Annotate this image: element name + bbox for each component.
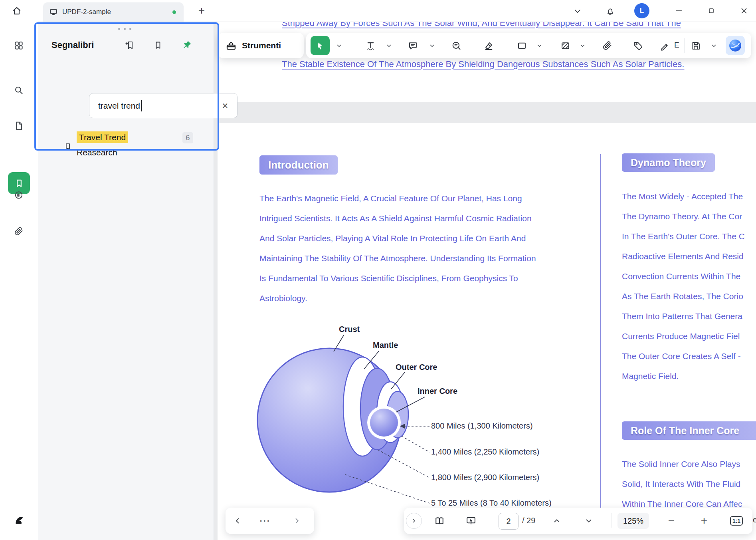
toolbox-icon — [225, 40, 237, 52]
tab-title: UPDF-2-sample — [62, 8, 111, 16]
next-button[interactable] — [289, 513, 305, 529]
reading-mode-button[interactable] — [431, 513, 447, 529]
zoom-out-button[interactable]: − — [663, 513, 679, 529]
clear-search-button[interactable]: ✕ — [217, 98, 233, 114]
annotation-toolbar: E — [306, 33, 751, 58]
collapse-bar-button[interactable] — [406, 513, 422, 529]
bookmark-add-icon — [124, 40, 135, 50]
dynamo-text-line: In The Earth's Outer Core. The C — [622, 232, 745, 241]
plus-icon: + — [198, 5, 205, 16]
dynamo-text-line: The Dynamo Theory. At The Cor — [622, 212, 742, 221]
clipped-tool-label: E — [674, 41, 679, 50]
rectangle-shape-icon — [517, 40, 527, 51]
bookmark-item-title-line2: Reasearch — [77, 148, 117, 157]
sidebar-item-pages[interactable] — [11, 118, 27, 134]
select-tool-dropdown[interactable] — [334, 38, 344, 54]
note-search-tool-button[interactable] — [448, 38, 464, 54]
book-icon — [434, 515, 445, 526]
chevron-down-icon — [573, 7, 582, 16]
shape-tool-dropdown[interactable] — [534, 38, 544, 54]
eraser-icon — [483, 40, 494, 51]
zoom-level-selector[interactable]: 125% — [617, 513, 649, 529]
home-button[interactable] — [9, 3, 25, 19]
dynamo-text-line: The Most Widely - Accepted The — [622, 192, 743, 201]
controls-divider — [486, 513, 486, 528]
maximize-button[interactable] — [703, 3, 719, 19]
dynamo-text-line: Them Into Patterns That Genera — [622, 312, 742, 321]
drag-handle-dots — [118, 28, 131, 30]
save-dropdown[interactable] — [709, 38, 718, 54]
zoom-level-value: 125% — [623, 516, 643, 526]
zoom-in-button[interactable]: + — [696, 513, 712, 529]
pin-panel-button[interactable] — [179, 37, 195, 53]
more-options-button[interactable]: ⋯ — [257, 513, 273, 529]
unsaved-changes-dot — [172, 10, 176, 14]
tag-tool-button[interactable] — [630, 38, 646, 54]
column-divider — [600, 154, 601, 516]
clipped-edge-label: e — [753, 515, 756, 524]
intro-text-line: And Solar Particles, Playing A Vital Rol… — [259, 234, 526, 243]
sidebar-item-apps[interactable] — [11, 38, 27, 54]
actual-size-button[interactable]: 1:1 — [728, 513, 744, 529]
page-number-input[interactable]: 2 — [499, 513, 519, 530]
add-bookmark-button[interactable] — [121, 37, 137, 53]
close-button[interactable] — [736, 3, 752, 19]
text-tool-button[interactable] — [362, 38, 378, 54]
dynamo-text-line: Radioactive Elements And Resid — [622, 252, 744, 261]
pushpin-icon — [182, 40, 192, 50]
monitor-icon — [46, 4, 61, 20]
tools-menu-button[interactable]: Strumenti — [218, 33, 304, 58]
navigation-sidebar — [0, 22, 38, 540]
text-caret — [141, 100, 142, 111]
dynamo-heading-badge: Dynamo Theory — [622, 153, 715, 172]
user-avatar[interactable]: L — [634, 3, 649, 18]
document-tab[interactable]: UPDF-2-sample — [43, 2, 184, 22]
previous-page-button[interactable] — [549, 513, 565, 529]
tag-icon — [633, 40, 643, 51]
paperclip-icon — [602, 40, 613, 51]
notifications-button[interactable] — [602, 3, 618, 19]
presentation-mode-button[interactable] — [463, 513, 479, 529]
minus-icon: − — [668, 515, 675, 526]
chevron-down-icon — [386, 43, 392, 49]
controls-divider — [612, 513, 612, 528]
hatch-pattern-icon — [560, 40, 571, 51]
pattern-fill-tool-button[interactable] — [557, 38, 573, 54]
bookmark-list-button[interactable] — [150, 37, 166, 53]
shape-tool-button[interactable] — [514, 38, 530, 54]
paperclip-icon — [14, 226, 24, 236]
save-floppy-icon — [691, 40, 701, 51]
select-tool-button[interactable] — [311, 36, 330, 55]
comment-tool-button[interactable] — [405, 38, 421, 54]
comment-tool-dropdown[interactable] — [427, 38, 437, 54]
sidebar-item-comments[interactable] — [11, 187, 27, 203]
save-button[interactable] — [688, 38, 704, 54]
bookmark-search-input[interactable]: travel trend ✕ — [89, 93, 237, 118]
one-to-one-icon: 1:1 — [730, 516, 743, 526]
toolbar-divider — [684, 38, 685, 53]
attach-file-tool-button[interactable] — [599, 38, 615, 54]
clear-icon: ✕ — [222, 102, 229, 110]
new-tab-button[interactable]: + — [194, 3, 210, 19]
chevron-down-icon — [429, 43, 435, 49]
sidebar-item-attachments[interactable] — [11, 223, 27, 239]
eraser-tool-button[interactable] — [481, 38, 497, 54]
dynamo-text-line: The Outer Core Creates A Self - — [622, 351, 741, 361]
pdf-text-line: The Stable Existence Of The Atmosphere B… — [282, 59, 684, 69]
bookmark-result-item[interactable]: Travel Trend Reasearch 6 — [38, 125, 214, 169]
quick-nav-bar: ⋯ — [226, 508, 314, 534]
text-tool-dropdown[interactable] — [384, 38, 394, 54]
minimize-button[interactable] — [671, 3, 687, 19]
sidebar-item-search[interactable] — [11, 82, 27, 98]
tab-list-button[interactable] — [570, 3, 586, 19]
cursor-arrow-icon — [315, 40, 325, 51]
signature-tool-button[interactable] — [657, 38, 673, 54]
diagram-label-outer-core: Outer Core — [396, 363, 437, 372]
bell-icon — [606, 6, 615, 16]
updf-logo-icon — [13, 514, 25, 526]
pattern-fill-dropdown[interactable] — [578, 38, 587, 54]
previous-button[interactable] — [230, 513, 245, 529]
next-page-button[interactable] — [581, 513, 597, 529]
ai-assistant-button[interactable] — [726, 36, 745, 55]
chevron-right-icon — [411, 518, 417, 524]
